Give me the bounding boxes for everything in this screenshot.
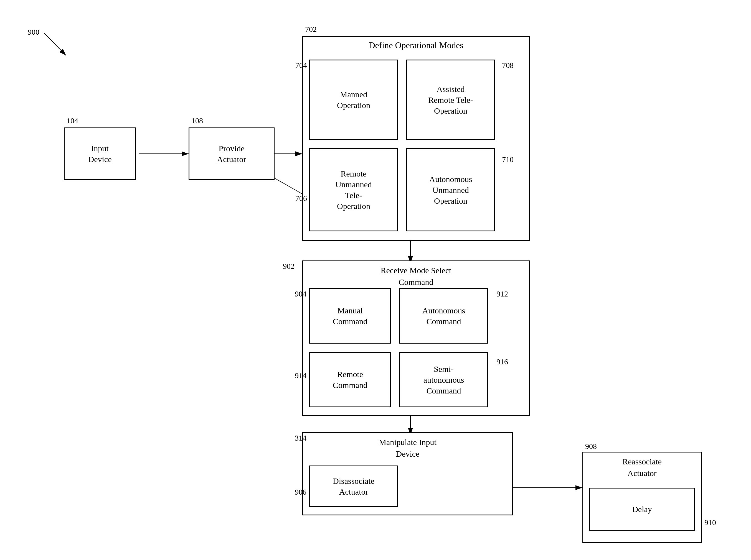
assisted-remote-box: AssistedRemote Tele-Operation xyxy=(406,60,495,140)
reassociate-title: ReassociateActuator xyxy=(582,456,701,479)
provide-actuator-box: ProvideActuator xyxy=(189,127,274,180)
ref-912: 912 xyxy=(496,289,508,298)
remote-command-label: RemoteCommand xyxy=(333,369,367,391)
figure-number: 900 xyxy=(28,28,39,37)
ref-104: 104 xyxy=(66,116,78,125)
assisted-remote-label: AssistedRemote Tele-Operation xyxy=(428,84,473,116)
receive-mode-title: Receive Mode SelectCommand xyxy=(302,265,530,288)
manipulate-input-title: Manipulate InputDevice xyxy=(302,436,513,460)
autonomous-command-label: AutonomousCommand xyxy=(422,305,465,327)
disassociate-label: DisassociateActuator xyxy=(333,476,374,497)
ref-916: 916 xyxy=(496,357,508,366)
autonomous-unmanned-box: AutonomousUnmannedOperation xyxy=(406,148,495,232)
delay-box: Delay xyxy=(589,488,695,531)
remote-unmanned-label: RemoteUnmannedTele-Operation xyxy=(335,168,372,212)
ref-902: 902 xyxy=(283,262,294,271)
autonomous-unmanned-label: AutonomousUnmannedOperation xyxy=(429,174,472,206)
ref-906: 906 xyxy=(295,488,306,497)
disassociate-box: DisassociateActuator xyxy=(309,465,398,507)
semi-autonomous-box: Semi-autonomousCommand xyxy=(399,352,488,407)
define-modes-title: Define Operational Modes xyxy=(302,40,530,51)
ref-910: 910 xyxy=(705,518,716,527)
ref-704: 704 xyxy=(295,61,307,70)
ref-708: 708 xyxy=(502,61,514,70)
manned-operation-box: MannedOperation xyxy=(309,60,398,140)
ref-706: 706 xyxy=(295,194,307,203)
autonomous-command-box: AutonomousCommand xyxy=(399,288,488,344)
delay-label: Delay xyxy=(632,504,652,515)
ref-710: 710 xyxy=(502,155,514,164)
svg-line-1 xyxy=(44,33,66,55)
input-device-box: InputDevice xyxy=(64,127,136,180)
remote-command-box: RemoteCommand xyxy=(309,352,391,407)
manual-command-label: ManualCommand xyxy=(333,305,367,327)
manual-command-box: ManualCommand xyxy=(309,288,391,344)
remote-unmanned-box: RemoteUnmannedTele-Operation xyxy=(309,148,398,232)
provide-actuator-label: ProvideActuator xyxy=(217,143,246,165)
ref-108: 108 xyxy=(191,116,203,125)
semi-autonomous-label: Semi-autonomousCommand xyxy=(423,363,464,396)
input-device-label: InputDevice xyxy=(88,143,112,165)
ref-904: 904 xyxy=(295,289,306,298)
manned-operation-label: MannedOperation xyxy=(337,89,370,111)
ref-908: 908 xyxy=(585,442,597,451)
ref-702: 702 xyxy=(305,25,317,34)
ref-914: 914 xyxy=(295,371,306,380)
